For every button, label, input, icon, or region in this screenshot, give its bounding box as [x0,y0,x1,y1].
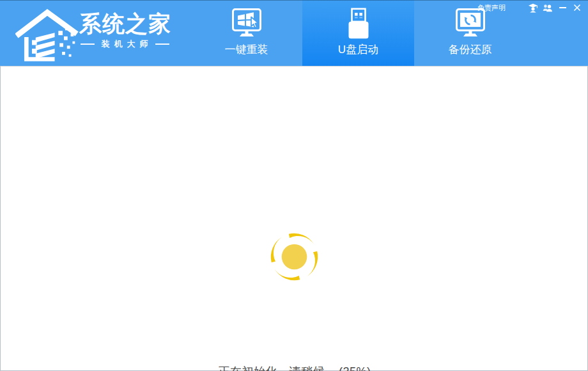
tab-label: U盘启动 [338,42,378,57]
usb-drive-icon [342,7,375,40]
minimize-icon [559,7,566,8]
titlebar-controls: 免责声明 [477,3,582,13]
main-tabs: 一键重装 U盘启动 [190,0,526,66]
group-icon[interactable] [543,3,553,13]
close-button[interactable] [572,3,582,13]
status-text: 正在初始化，请稍候... (25%) [1,364,588,371]
tab-usb-boot[interactable]: U盘启动 [302,0,414,66]
service-icon[interactable] [528,3,538,13]
app-window: 系统之家 装机大师 [0,0,588,371]
minimize-button[interactable] [557,3,568,13]
monitor-windows-icon [230,7,263,40]
brand-subtitle-row: 装机大师 [79,38,170,50]
header-bar: 系统之家 装机大师 [0,0,588,66]
brand-name: 系统之家 [79,11,170,36]
subtitle-line-right [155,43,169,45]
tab-label: 一键重装 [225,42,268,57]
brand-subtitle: 装机大师 [102,38,153,50]
tab-one-click-reinstall[interactable]: 一键重装 [190,0,302,66]
subtitle-line-left [81,43,95,45]
disclaimer-link[interactable]: 免责声明 [477,3,506,13]
brand-text: 系统之家 装机大师 [79,11,170,50]
tab-label: 备份还原 [449,42,492,57]
content-area: 正在初始化，请稍候... (25%) [0,66,588,371]
close-icon [573,4,581,12]
loading-swirl-icon [267,229,322,285]
house-pixels-icon [15,7,79,63]
